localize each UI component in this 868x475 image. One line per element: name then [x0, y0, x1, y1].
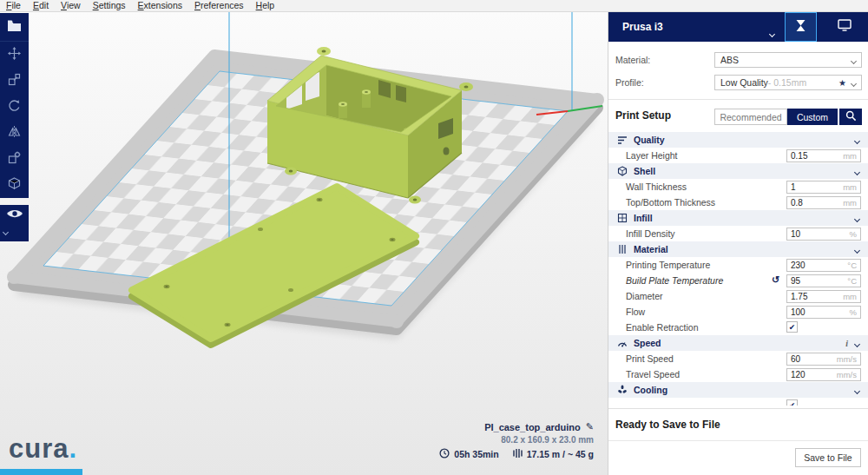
per-model-settings-button[interactable]: [0, 146, 29, 172]
setting-row: Layer Height 0.15 mm: [608, 148, 868, 163]
setting-row: Travel Speed 120 mm/s: [608, 366, 868, 382]
layer-height-input[interactable]: 0.15 mm: [786, 149, 861, 162]
custom-mode-button[interactable]: Custom: [787, 109, 838, 125]
section-speed[interactable]: Speed i: [608, 335, 868, 351]
machine-chevron-icon[interactable]: [770, 24, 774, 40]
eye-icon: [0, 208, 29, 219]
mirror-tool-button[interactable]: [0, 120, 29, 146]
job-dimensions: 80.2 x 160.9 x 23.0 mm: [439, 435, 594, 445]
move-tool-button[interactable]: [0, 42, 29, 68]
section-infill[interactable]: Infill: [608, 210, 868, 226]
tab-prepare[interactable]: [785, 12, 817, 42]
material-estimate: 17.15 m / ~ 45 g: [527, 449, 594, 459]
machine-header: Prusa i3: [608, 12, 868, 42]
chevron-down-icon: [852, 55, 856, 65]
checkmark-icon: ✔: [789, 401, 796, 406]
section-shell[interactable]: Shell: [608, 163, 868, 179]
scene-3d[interactable]: [0, 12, 608, 475]
cura-logo-dot: .: [69, 433, 77, 464]
speed-icon: [615, 338, 628, 348]
profile-dropdown[interactable]: Low Quality - 0.15mm ★: [714, 75, 862, 90]
quality-icon: [615, 135, 628, 145]
material-dropdown[interactable]: ABS: [714, 52, 862, 68]
section-quality[interactable]: Quality: [608, 132, 868, 148]
menu-settings[interactable]: Settings: [87, 0, 132, 11]
star-icon[interactable]: ★: [838, 78, 846, 88]
print-speed-input[interactable]: 60 mm/s: [786, 353, 861, 366]
diameter-input[interactable]: 1.75 mm: [786, 290, 861, 303]
material-value: ABS: [720, 55, 739, 65]
material-label: Material:: [615, 52, 650, 68]
scale-tool-button[interactable]: [0, 68, 29, 94]
setting-row: Wall Thickness 1 mm: [608, 179, 868, 195]
setting-row: Print Speed 60 mm/s: [608, 351, 868, 366]
search-icon: [845, 109, 857, 125]
open-file-button[interactable]: [0, 13, 29, 42]
cooling-checkbox[interactable]: ✔: [786, 399, 798, 406]
filament-icon: [513, 448, 523, 460]
monitor-icon: [838, 19, 852, 35]
menu-preferences[interactable]: Preferences: [188, 0, 250, 11]
chevron-down-icon: [852, 77, 856, 88]
setting-row: Enable Retraction ✔: [608, 320, 868, 335]
rotate-icon: [8, 99, 21, 115]
print-time: 05h 35min: [454, 449, 498, 459]
support-blocker-icon: [8, 177, 21, 194]
menu-help[interactable]: Help: [250, 0, 281, 11]
menu-extensions[interactable]: Extensions: [132, 0, 188, 11]
setting-row: Diameter 1.75 mm: [608, 288, 868, 304]
right-sidebar: Prusa i3 Material: ABS Profile: Low Qual…: [608, 0, 868, 475]
mirror-icon: [8, 125, 21, 142]
checkmark-icon: ✔: [789, 323, 796, 332]
infill-density-input[interactable]: 10 %: [786, 228, 861, 241]
bottom-accent-bar: [0, 469, 82, 475]
enable-retraction-checkbox[interactable]: ✔: [786, 321, 798, 333]
infill-icon: [615, 213, 628, 223]
chevron-down-icon: [855, 385, 859, 395]
chevron-down-icon: [855, 244, 859, 254]
settings-list: Quality Layer Height 0.15 mm Shell Wall …: [608, 132, 868, 408]
wall-thickness-input[interactable]: 1 mm: [786, 181, 861, 194]
tab-monitor[interactable]: [828, 12, 860, 42]
setting-row: Build Plate Temperature ↺ 95 °C: [608, 273, 868, 288]
divider: [608, 99, 868, 100]
machine-selector[interactable]: Prusa i3: [622, 21, 663, 33]
viewport-3d[interactable]: [0, 12, 608, 475]
reset-to-default-icon[interactable]: ↺: [772, 274, 779, 286]
printing-temperature-input[interactable]: 230 °C: [786, 259, 861, 272]
top-bottom-thickness-input[interactable]: 0.8 mm: [786, 196, 861, 209]
view-mode-selector[interactable]: [0, 205, 29, 241]
search-settings-button[interactable]: [839, 109, 862, 125]
cura-application-window: File Edit View Settings Extensions Prefe…: [0, 0, 868, 475]
support-blocker-button[interactable]: [0, 172, 29, 198]
left-toolbar: [0, 13, 29, 241]
chevron-down-icon: [855, 213, 859, 223]
setting-row: Top/Bottom Thickness 0.8 mm: [608, 195, 868, 210]
menu-view[interactable]: View: [55, 0, 87, 11]
chevron-down-icon: [855, 338, 859, 348]
travel-speed-input[interactable]: 120 mm/s: [786, 368, 861, 381]
menu-file[interactable]: File: [0, 0, 27, 11]
section-cooling[interactable]: Cooling: [608, 382, 868, 398]
open-folder-icon: [7, 19, 22, 35]
section-material[interactable]: Material: [608, 241, 868, 257]
build-plate-temperature-input[interactable]: 95 °C: [786, 274, 861, 287]
rotate-tool-button[interactable]: [0, 94, 29, 120]
profile-suffix: - 0.15mm: [768, 77, 806, 88]
flow-input[interactable]: 100 %: [786, 306, 861, 319]
cura-logo: cura.: [9, 433, 77, 465]
prepare-icon: [795, 19, 806, 36]
save-to-file-button[interactable]: Save to File: [795, 448, 861, 467]
info-icon[interactable]: i: [845, 339, 848, 348]
move-icon: [8, 47, 21, 63]
chevron-down-icon: [855, 135, 859, 145]
save-area: Save to File: [608, 440, 868, 475]
setting-row-partial: ✔: [608, 398, 868, 406]
chevron-down-icon: [855, 166, 859, 176]
edit-job-name-icon[interactable]: ✎: [586, 421, 594, 432]
menu-edit[interactable]: Edit: [27, 0, 55, 11]
recommended-mode-button[interactable]: Recommended: [714, 109, 787, 125]
clock-icon: [439, 448, 450, 460]
job-info: PI_case_top_arduino ✎ 80.2 x 160.9 x 23.…: [439, 421, 594, 460]
profile-label: Profile:: [615, 75, 644, 90]
